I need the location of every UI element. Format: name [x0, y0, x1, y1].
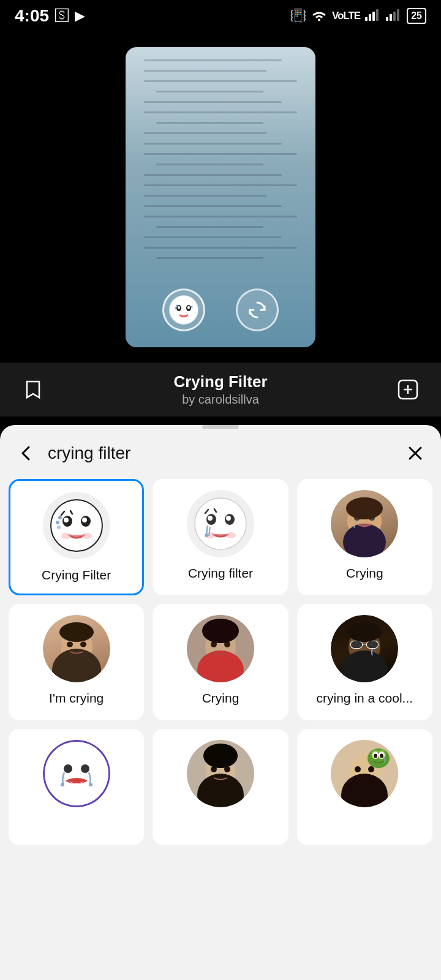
search-panel: crying filter: [0, 425, 441, 980]
filter-card-pepe-girl[interactable]: [297, 729, 432, 845]
svg-point-66: [64, 764, 72, 773]
filter-card-girl3[interactable]: [153, 729, 288, 845]
svg-point-75: [203, 744, 238, 768]
svg-point-15: [191, 306, 193, 308]
filter-card-crying-3[interactable]: Crying: [297, 479, 432, 595]
clear-search-button[interactable]: [402, 440, 429, 467]
svg-rect-5: [390, 14, 392, 21]
filter-card-im-crying[interactable]: I'm crying: [9, 604, 144, 720]
svg-point-37: [226, 532, 236, 538]
camera-controls: [126, 288, 315, 331]
filter-label-crying-cool: crying in a cool...: [317, 691, 413, 706]
filter-grid: Crying Filter: [0, 479, 441, 845]
filter-thumb-im-crying: [43, 615, 110, 682]
filter-thumb-emoji-crying: [43, 740, 110, 807]
svg-point-25: [82, 518, 87, 522]
svg-point-56: [202, 619, 239, 643]
svg-point-8: [170, 296, 198, 324]
filter-card-crying-cool[interactable]: crying in a cool...: [297, 604, 432, 720]
svg-rect-7: [397, 9, 399, 21]
wifi-icon: [311, 8, 327, 24]
svg-point-69: [89, 783, 92, 786]
face-filter-button[interactable]: [162, 288, 205, 331]
svg-point-34: [208, 516, 213, 521]
svg-point-86: [355, 766, 361, 772]
svg-rect-2: [372, 12, 375, 21]
svg-point-26: [61, 533, 71, 539]
shopsavvy-icon: 🅂: [55, 8, 69, 24]
svg-point-27: [82, 533, 92, 539]
svg-point-49: [80, 642, 86, 647]
svg-point-67: [81, 764, 89, 773]
drag-handle[interactable]: [202, 425, 239, 429]
filter-label-crying-4: Crying: [202, 691, 239, 706]
svg-rect-63: [367, 641, 378, 648]
filter-card-crying-filter-1[interactable]: Crying Filter: [9, 479, 144, 595]
svg-point-87: [368, 766, 374, 772]
svg-point-65: [55, 752, 99, 796]
svg-rect-3: [376, 9, 379, 21]
svg-point-21: [51, 500, 102, 551]
battery-icon: 25: [407, 8, 426, 24]
filter-name-label: Crying Filter: [173, 372, 267, 391]
filter-thumb-pepe-girl: [331, 740, 398, 807]
back-button[interactable]: [12, 440, 39, 467]
add-filter-button[interactable]: [392, 374, 424, 405]
filter-thumb-crying-filter-2: [187, 490, 254, 557]
filter-label-im-crying: I'm crying: [49, 691, 104, 706]
youtube-icon: ▶: [75, 8, 85, 24]
status-time: 4:05: [15, 6, 49, 26]
svg-point-12: [187, 306, 190, 309]
filter-label-crying-filter-1: Crying Filter: [42, 568, 111, 582]
svg-point-45: [346, 497, 383, 519]
camera-viewport: [126, 47, 315, 347]
svg-point-84: [374, 754, 377, 758]
svg-rect-1: [369, 14, 371, 21]
svg-rect-0: [365, 17, 368, 21]
svg-point-35: [226, 516, 231, 521]
svg-point-11: [178, 306, 180, 309]
filter-thumb-girl3: [187, 740, 254, 807]
svg-rect-4: [386, 17, 388, 21]
filter-label-crying-3: Crying: [346, 566, 383, 581]
filter-info-bar: Crying Filter by caroldsillva: [0, 363, 441, 417]
svg-point-30: [57, 526, 61, 529]
filter-thumb-crying-4: [187, 615, 254, 682]
bookmark-button[interactable]: [17, 374, 49, 405]
svg-point-13: [176, 305, 178, 307]
filter-author-label: by caroldsillva: [173, 393, 267, 407]
svg-point-85: [380, 754, 383, 758]
svg-rect-62: [351, 641, 362, 648]
svg-point-14: [175, 307, 177, 309]
volte-icon: VoLTE: [332, 10, 360, 22]
filter-info-center: Crying Filter by caroldsillva: [173, 372, 267, 407]
filter-thumb-crying-cool: [331, 615, 398, 682]
signal2-icon: [386, 9, 402, 24]
svg-point-24: [64, 518, 69, 522]
status-bar: 4:05 🅂 ▶ 📳 VoLTE 25: [0, 0, 441, 32]
svg-rect-6: [393, 12, 396, 21]
filter-thumb-crying-3: [331, 490, 398, 557]
search-query-text[interactable]: crying filter: [48, 443, 393, 463]
svg-point-48: [67, 642, 73, 647]
filter-card-emoji-crying[interactable]: [9, 729, 144, 845]
filter-label-crying-filter-2: Crying filter: [188, 566, 253, 581]
signal-icon: [365, 9, 381, 24]
svg-point-28: [58, 516, 62, 519]
svg-point-68: [61, 783, 64, 786]
filter-card-crying-4[interactable]: Crying: [153, 604, 288, 720]
camera-area: [0, 32, 441, 363]
svg-point-29: [56, 521, 59, 524]
filter-card-crying-filter-2[interactable]: Crying filter: [153, 479, 288, 595]
search-bar-row: crying filter: [0, 440, 441, 479]
svg-point-58: [341, 650, 388, 682]
flip-camera-button[interactable]: [236, 288, 279, 331]
svg-point-64: [347, 622, 382, 642]
filter-thumb-crying-filter-1: [43, 492, 110, 559]
svg-point-50: [59, 622, 94, 642]
svg-point-39: [205, 533, 208, 537]
vibrate-icon: 📳: [290, 8, 306, 24]
svg-point-31: [195, 498, 246, 549]
